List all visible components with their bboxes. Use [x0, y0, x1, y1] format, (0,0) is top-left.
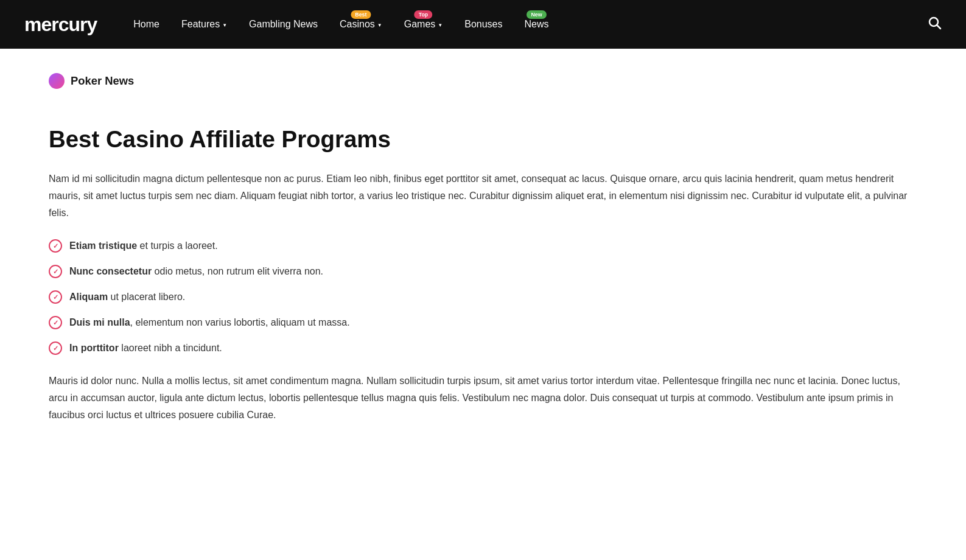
article: Best Casino Affiliate Programs Nam id mi…: [49, 125, 917, 424]
top-badge: Top: [415, 10, 432, 19]
nav-item-features[interactable]: Features ▼: [181, 19, 227, 30]
check-icon: [49, 239, 62, 253]
chevron-down-icon: ▼: [377, 23, 382, 28]
check-icon: [49, 265, 62, 278]
site-logo[interactable]: mercury: [24, 13, 97, 36]
navbar: mercury Home Features ▼ Gambling News Be…: [0, 0, 966, 49]
article-intro: Nam id mi sollicitudin magna dictum pell…: [49, 170, 917, 222]
check-icon: [49, 290, 62, 304]
check-icon: [49, 341, 62, 355]
nav-item-casinos[interactable]: Best Casinos ▼: [340, 19, 382, 30]
nav-item-bonuses[interactable]: Bonuses: [464, 19, 502, 30]
article-body2: Mauris id dolor nunc. Nulla a mollis lec…: [49, 373, 917, 424]
article-checklist: Etiam tristique et turpis a laoreet. Nun…: [49, 239, 917, 355]
nav-item-home[interactable]: Home: [133, 19, 159, 30]
chevron-down-icon: ▼: [438, 23, 443, 28]
chevron-down-icon: ▼: [222, 23, 227, 28]
section-header: Poker News: [49, 73, 917, 89]
svg-line-1: [937, 26, 941, 29]
nav-item-games[interactable]: Top Games ▼: [404, 19, 443, 30]
poker-icon: [49, 73, 65, 89]
list-item: Etiam tristique et turpis a laoreet.: [49, 239, 917, 253]
check-icon: [49, 316, 62, 329]
nav-item-gambling-news[interactable]: Gambling News: [249, 19, 318, 30]
new-badge: New: [527, 10, 546, 19]
list-item: In porttitor laoreet nibh a tincidunt.: [49, 341, 917, 355]
article-title: Best Casino Affiliate Programs: [49, 125, 917, 153]
list-item: Aliquam ut placerat libero.: [49, 290, 917, 304]
section-tag: Poker News: [71, 74, 134, 88]
main-content: Poker News Best Casino Affiliate Program…: [0, 49, 966, 560]
best-badge: Best: [351, 10, 371, 19]
list-item: Nunc consectetur odio metus, non rutrum …: [49, 264, 917, 279]
nav-item-news[interactable]: New News: [524, 19, 548, 30]
search-icon[interactable]: [927, 15, 942, 33]
list-item: Duis mi nulla, elementum non varius lobo…: [49, 315, 917, 330]
nav-links: Home Features ▼ Gambling News Best Casin…: [133, 19, 927, 30]
